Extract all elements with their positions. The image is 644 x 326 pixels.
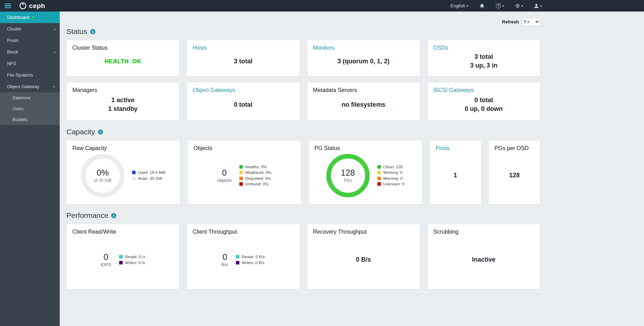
legend-label: Misplaced: 0% xyxy=(245,170,272,175)
legend-label: Avail.: 30 GiB xyxy=(138,176,162,180)
pgs-per-osd-value: 128 xyxy=(509,171,520,180)
pools-link[interactable]: Pools xyxy=(435,145,475,151)
card-title: PG Status xyxy=(314,145,416,151)
language-label: English xyxy=(450,3,465,8)
legend-item: Unfound: 0% xyxy=(239,182,272,186)
legend-item: Reads: 0 B/s xyxy=(236,255,265,259)
pools-card: Pools 1 xyxy=(429,140,481,204)
settings-dropdown[interactable]: ⚙ ▾ xyxy=(515,3,523,8)
sidebar-item-pools[interactable]: Pools xyxy=(0,35,60,46)
capacity-card-grid: Raw Capacity 0% of 30 GiB Used: 18.9 MiB xyxy=(66,140,540,204)
scrubbing-card: Scrubbing Inactive xyxy=(427,224,540,289)
legend-label: Used: 18.9 MiB xyxy=(138,170,166,175)
client-throughput: 0 B/s xyxy=(222,252,228,268)
section-title: Performance xyxy=(66,211,108,220)
section-title: Status xyxy=(66,27,87,36)
sidebar-item-users[interactable]: Users xyxy=(0,103,60,114)
hosts-link[interactable]: Hosts xyxy=(193,45,294,51)
legend-label: Degraded: 0% xyxy=(245,176,271,180)
sidebar-item-label: NFS xyxy=(7,61,16,66)
card-title: Client Read/Write xyxy=(72,229,173,235)
status-card-grid: Cluster Status HEALTH_OK Hosts 3 total M… xyxy=(66,40,540,121)
raw-capacity-card: Raw Capacity 0% of 30 GiB Used: 18.9 MiB xyxy=(66,140,180,204)
navbar-right-controls: English ▾ ? ▾ ⚙ ▾ xyxy=(450,3,542,9)
pg-status-card: PG Status 128 PGs Clean: 128 xyxy=(309,140,422,204)
donut-sublabel: PGs xyxy=(344,178,352,183)
sidebar-item-file-systems[interactable]: File Systems xyxy=(0,69,60,81)
sidebar-item-dashboard[interactable]: Dashboard ♥ xyxy=(0,12,60,23)
objects-count: 0 objects xyxy=(217,168,232,183)
legend-item: Healthy: 0% xyxy=(239,165,272,169)
osds-link[interactable]: OSDs xyxy=(433,45,534,51)
caret-down-icon: ▾ xyxy=(540,4,542,8)
refresh-control: Refresh 5 s xyxy=(66,17,540,26)
metadata-servers-value: no filesystems xyxy=(342,100,385,109)
hosts-value: 3 total xyxy=(234,57,252,66)
info-icon[interactable]: i xyxy=(90,29,95,34)
ceph-logo-icon xyxy=(19,2,27,10)
scrubbing-value: Inactive xyxy=(472,255,495,264)
sidebar-item-cluster[interactable]: Cluster › xyxy=(0,23,60,35)
iscsi-gateways-link[interactable]: iSCSI Gateways xyxy=(433,87,534,93)
client-throughput-card: Client Throughput 0 B/s Reads: 0 B/s xyxy=(187,224,299,289)
sidebar-item-label: Users xyxy=(13,106,23,111)
sidebar-item-daemons[interactable]: Daemons xyxy=(0,92,60,103)
pgs-per-osd-card: PGs per OSD 128 xyxy=(489,140,540,204)
ceph-brand[interactable]: ceph xyxy=(19,2,45,10)
object-gateways-value: 0 total xyxy=(234,100,252,109)
legend-item: Warning: 0 xyxy=(377,176,405,180)
objects-sublabel: objects xyxy=(217,178,232,183)
legend-item: Clean: 128 xyxy=(377,165,405,169)
sidebar-item-nfs[interactable]: NFS xyxy=(0,58,60,69)
monitors-link[interactable]: Monitors xyxy=(313,45,414,51)
legend-swatch xyxy=(239,165,243,169)
cluster-status-card: Cluster Status HEALTH_OK xyxy=(66,40,179,76)
legend-swatch xyxy=(119,255,123,258)
legend-swatch xyxy=(132,171,136,174)
client-read-write-legend: Reads: 0 /s Writes: 0 /s xyxy=(119,253,145,267)
info-icon[interactable]: i xyxy=(111,213,116,218)
top-navbar: ceph English ▾ ? ▾ ⚙ ▾ xyxy=(0,0,644,12)
client-throughput-value: 0 xyxy=(223,252,227,262)
legend-label: Reads: 0 /s xyxy=(125,255,145,259)
performance-section-heading: Performance i xyxy=(66,211,540,220)
refresh-label: Refresh xyxy=(502,19,519,24)
object-gateways-link[interactable]: Object Gateways xyxy=(193,87,294,93)
sidebar-item-label: Pools xyxy=(7,38,19,43)
client-iops-value: 0 xyxy=(103,252,108,262)
sidebar-item-object-gateway[interactable]: Object Gateway › xyxy=(0,81,60,92)
sidebar-item-block[interactable]: Block › xyxy=(0,46,60,58)
legend-label: Clean: 128 xyxy=(383,165,403,169)
osds-total-value: 3 total xyxy=(475,52,493,61)
help-dropdown[interactable]: ? ▾ xyxy=(496,3,504,8)
card-title: Client Throughput xyxy=(193,229,294,235)
sidebar-item-buckets[interactable]: Buckets xyxy=(0,114,60,125)
objects-value: 0 xyxy=(222,168,227,178)
monitors-value: 3 (quorum 0, 1, 2) xyxy=(338,57,390,66)
language-dropdown[interactable]: English ▾ xyxy=(450,3,468,8)
legend-item: Working: 0 xyxy=(377,170,405,175)
sidebar-item-label: Block xyxy=(7,49,18,55)
caret-down-icon: ▾ xyxy=(502,4,504,8)
legend-item: Unknown: 0 xyxy=(377,182,405,186)
metadata-servers-card: Metadata Servers no filesystems xyxy=(307,82,420,121)
info-icon[interactable]: i xyxy=(98,129,103,135)
card-title: Objects xyxy=(193,145,295,151)
bell-icon xyxy=(479,3,485,9)
card-title: Scrubbing xyxy=(433,229,534,235)
managers-card: Managers 1 active 1 standby xyxy=(66,82,179,121)
legend-label: Working: 0 xyxy=(383,170,403,175)
legend-item: Misplaced: 0% xyxy=(239,170,272,175)
object-gateway-submenu: Daemons Users Buckets xyxy=(0,92,60,125)
legend-item: Reads: 0 /s xyxy=(119,255,145,259)
notifications-button[interactable] xyxy=(479,3,485,9)
sidebar-item-label: Buckets xyxy=(13,117,28,122)
legend-swatch xyxy=(377,177,381,180)
refresh-interval-select[interactable]: 5 s xyxy=(522,18,540,26)
cluster-health-value: HEALTH_OK xyxy=(104,57,141,66)
heart-icon: ♥ xyxy=(32,15,35,20)
user-dropdown[interactable]: ▾ xyxy=(534,3,542,8)
hamburger-menu-button[interactable] xyxy=(0,0,15,12)
legend-swatch xyxy=(377,171,381,174)
legend-label: Healthy: 0% xyxy=(245,165,267,169)
